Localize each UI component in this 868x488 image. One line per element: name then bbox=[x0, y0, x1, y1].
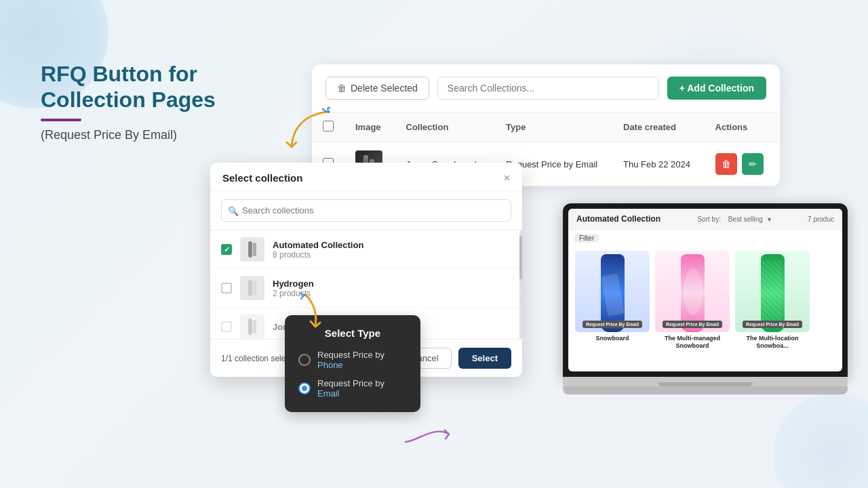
item-checkbox-checked[interactable] bbox=[221, 244, 232, 255]
product-image: Request Price By Email bbox=[735, 251, 810, 332]
product-image: Request Price By Email bbox=[575, 251, 650, 332]
product-name: The Multi-managed Snowboard bbox=[655, 335, 730, 350]
search-collections-input[interactable] bbox=[437, 77, 659, 100]
trash-icon: 🗑 bbox=[337, 83, 347, 94]
arrow-2 bbox=[292, 291, 332, 332]
products-grid: Request Price By Email Snowboard Request… bbox=[568, 244, 842, 357]
item-thumb bbox=[240, 314, 264, 339]
arrow-1 bbox=[281, 105, 336, 159]
item-checkbox-unchecked[interactable] bbox=[221, 321, 232, 332]
screen-collection-title: Automated Collection bbox=[576, 214, 660, 224]
item-name: Automated Collection bbox=[273, 240, 511, 250]
product-card: Request Price By Email The Multi-locatio… bbox=[735, 251, 810, 350]
item-checkbox-unchecked[interactable] bbox=[221, 283, 232, 293]
laptop-screen-wrapper: Automated Collection Sort by: Best selli… bbox=[563, 203, 848, 377]
rfq-badge: Request Price By Email bbox=[743, 321, 802, 328]
th-type: Type bbox=[495, 113, 612, 142]
add-collection-button[interactable]: + Add Collection bbox=[667, 77, 766, 100]
filter-chip[interactable]: Filter bbox=[574, 234, 599, 243]
modal-title: Select collection bbox=[222, 172, 302, 184]
sub-title: (Request Price By Email) bbox=[41, 128, 271, 142]
laptop-base bbox=[563, 377, 848, 386]
radio-email[interactable] bbox=[298, 382, 311, 394]
th-collection: Collection bbox=[395, 113, 496, 142]
modal-select-button[interactable]: Select bbox=[458, 348, 511, 369]
item-name: Hydrogen bbox=[273, 279, 511, 289]
search-wrapper bbox=[437, 77, 659, 100]
svg-rect-1 bbox=[253, 243, 256, 256]
delete-selected-button[interactable]: 🗑 Delete Selected bbox=[326, 77, 429, 100]
item-thumb bbox=[240, 237, 264, 262]
radio-phone[interactable] bbox=[298, 354, 311, 366]
screen-sort: Sort by: Best selling ▾ bbox=[697, 216, 770, 223]
laptop-container: Automated Collection Sort by: Best selli… bbox=[563, 203, 848, 394]
row-edit-button[interactable]: ✏ bbox=[742, 153, 764, 175]
main-title: RFQ Button for Collection Pages bbox=[41, 61, 271, 113]
modal-scrollbar[interactable] bbox=[519, 230, 522, 339]
radio-email-label: Request Price by Email bbox=[317, 378, 407, 399]
list-item: Automated Collection 8 products bbox=[210, 230, 522, 269]
svg-rect-3 bbox=[253, 281, 256, 295]
item-thumb bbox=[240, 276, 264, 300]
radio-option-email: Request Price by Email bbox=[298, 378, 407, 399]
svg-rect-5 bbox=[253, 320, 256, 333]
product-card: Request Price By Email Snowboard bbox=[575, 251, 650, 350]
scrollbar-thumb bbox=[519, 236, 522, 279]
svg-rect-0 bbox=[248, 241, 252, 258]
row-actions: 🗑 ✏ bbox=[705, 142, 780, 186]
th-image: Image bbox=[344, 113, 395, 142]
modal-header: Select collection × bbox=[210, 163, 522, 191]
rfq-badge: Request Price By Email bbox=[583, 321, 642, 328]
admin-toolbar: 🗑 Delete Selected + Add Collection bbox=[312, 64, 780, 113]
row-date: Thu Feb 22 2024 bbox=[612, 142, 705, 186]
modal-search-wrapper: 🔍 bbox=[210, 191, 522, 230]
product-image: Request Price By Email bbox=[655, 251, 730, 332]
modal-close-button[interactable]: × bbox=[504, 173, 510, 184]
arrow-3 bbox=[400, 420, 454, 461]
search-icon: 🔍 bbox=[228, 205, 239, 216]
th-date: Date created bbox=[612, 113, 705, 142]
svg-rect-2 bbox=[248, 280, 252, 296]
radio-phone-label: Request Price by Phone bbox=[317, 350, 407, 370]
laptop-screen-header: Automated Collection Sort by: Best selli… bbox=[568, 209, 842, 230]
rfq-badge: Request Price By Email bbox=[663, 321, 722, 328]
bg-blob-br bbox=[773, 393, 868, 488]
th-actions: Actions bbox=[705, 113, 780, 142]
product-name: Snowboard bbox=[596, 335, 629, 342]
laptop-screen: Automated Collection Sort by: Best selli… bbox=[568, 209, 842, 371]
radio-option-phone: Request Price by Phone bbox=[298, 350, 407, 370]
laptop-bottom-bar bbox=[563, 386, 848, 394]
screen-filters: Filter bbox=[568, 230, 842, 244]
item-info: Automated Collection 8 products bbox=[273, 240, 511, 260]
product-name: The Multi-location Snowboa... bbox=[735, 335, 810, 350]
product-card: Request Price By Email The Multi-managed… bbox=[655, 251, 730, 350]
screen-product-count: 7 produc bbox=[808, 216, 834, 223]
left-section: RFQ Button for Collection Pages (Request… bbox=[41, 61, 271, 142]
modal-search-input[interactable] bbox=[221, 199, 511, 222]
row-delete-button[interactable]: 🗑 bbox=[715, 153, 737, 175]
item-count: 8 products bbox=[273, 250, 511, 260]
title-underline bbox=[41, 119, 81, 121]
svg-rect-4 bbox=[248, 319, 252, 335]
list-item: Hydrogen 2 products bbox=[210, 269, 522, 308]
